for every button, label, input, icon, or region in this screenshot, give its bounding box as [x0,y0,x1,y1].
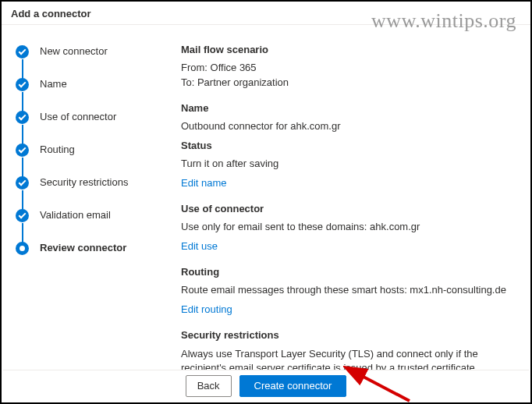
review-panel[interactable]: Mail flow scenario From: Office 365 To: … [165,25,530,376]
step-review-connector[interactable]: Review connector [16,242,156,255]
check-icon [16,144,29,157]
heading-security: Security restrictions [181,329,515,341]
step-use-of-connector[interactable]: Use of connector [16,111,156,144]
mail-flow-from: From: Office 365 [181,62,515,73]
status-value: Turn it on after saving [181,158,515,169]
dialog-footer: Back Create connector [3,370,529,401]
section-name: Name Outbound connector for ahk.com.gr [181,102,515,132]
step-label: Review connector [40,242,126,253]
step-connector-line [22,223,23,243]
edit-routing-link[interactable]: Edit routing [181,303,232,315]
heading-status: Status [181,140,515,151]
step-label: Use of connector [40,111,116,122]
step-connector-line [22,125,23,145]
check-icon [16,78,29,91]
section-mail-flow: Mail flow scenario From: Office 365 To: … [181,44,515,88]
check-icon [16,111,29,124]
step-connector-line [22,92,23,112]
check-icon [16,209,29,222]
use-value: Use only for email sent to these domains… [181,221,515,232]
step-validation-email[interactable]: Validation email [16,209,156,242]
name-value: Outbound connector for ahk.com.gr [181,120,515,132]
step-new-connector[interactable]: New connector [16,45,156,78]
dialog-header: Add a connector [2,2,530,25]
step-connector-line [22,59,23,80]
heading-use: Use of connector [181,203,515,214]
step-name[interactable]: Name [16,78,156,111]
heading-name: Name [181,102,515,114]
step-label: Name [40,78,67,90]
edit-name-link[interactable]: Edit name [181,177,227,189]
create-connector-button[interactable]: Create connector [239,375,347,397]
check-icon [16,45,29,58]
check-icon [16,176,29,190]
dialog-body: New connector Name Use of connector Rout… [2,25,530,376]
back-button[interactable]: Back [186,375,232,397]
dialog-title: Add a connector [11,8,521,19]
step-label: Security restrictions [40,176,128,188]
edit-use-link[interactable]: Edit use [181,240,218,252]
heading-mail-flow: Mail flow scenario [181,44,515,55]
dialog-add-connector: www.wintips.org Add a connector New conn… [0,0,532,404]
routing-value: Route email messages through these smart… [181,284,515,296]
wizard-sidebar: New connector Name Use of connector Rout… [2,25,165,376]
step-connector-line [22,190,23,211]
section-routing: Routing Route email messages through the… [181,266,515,315]
section-use: Use of connector Use only for email sent… [181,203,515,252]
section-security: Security restrictions Always use Transpo… [181,329,515,376]
current-step-icon [16,242,29,255]
step-label: New connector [40,45,108,57]
step-label: Validation email [40,209,111,221]
step-connector-line [22,158,23,178]
step-routing[interactable]: Routing [16,144,156,176]
step-label: Routing [40,144,75,155]
heading-routing: Routing [181,266,515,278]
step-list: New connector Name Use of connector Rout… [16,45,156,255]
step-security-restrictions[interactable]: Security restrictions [16,176,156,209]
mail-flow-to: To: Partner organization [181,76,515,88]
section-status: Status Turn it on after saving Edit name [181,140,515,189]
